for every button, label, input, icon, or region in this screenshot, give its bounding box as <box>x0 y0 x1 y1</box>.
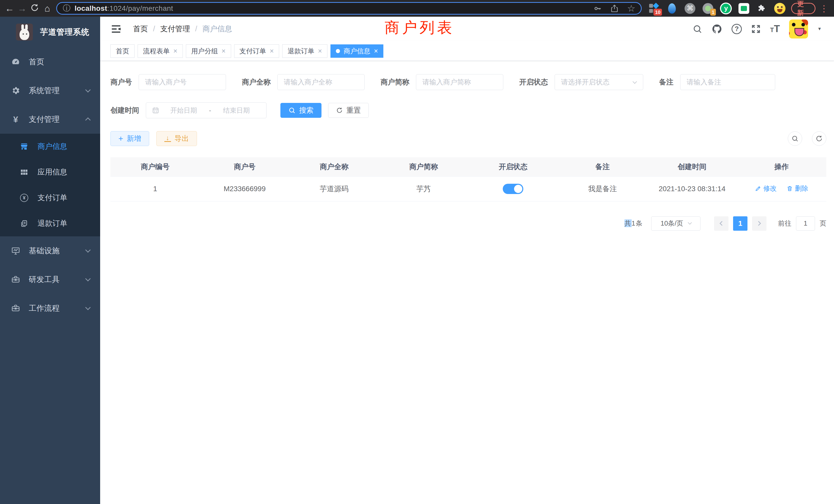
edit-pencil-icon <box>755 185 761 192</box>
tab-merchant-info[interactable]: 商户信息× <box>330 44 383 58</box>
chevron-down-icon <box>85 247 91 253</box>
address-bar[interactable]: ⓘ localhost:1024/pay/merchant ☆ <box>56 2 642 15</box>
col-actions: 操作 <box>737 157 827 176</box>
extension-chat-icon[interactable] <box>738 2 750 15</box>
breadcrumb-separator: / <box>153 25 155 33</box>
site-info-icon[interactable]: ⓘ <box>63 3 70 14</box>
reset-button[interactable]: 重置 <box>328 103 369 118</box>
extension-gem-icon[interactable] <box>666 2 678 15</box>
browser-forward-icon[interactable]: → <box>16 0 28 17</box>
extension-command-icon[interactable]: ⌘ <box>684 2 696 15</box>
font-size-icon[interactable]: TT <box>770 23 780 35</box>
sidebar-item-label: 首页 <box>29 57 44 67</box>
page-number-button[interactable]: 1 <box>733 216 747 231</box>
short-name-input[interactable] <box>416 74 503 90</box>
export-button[interactable]: ↓ 导出 <box>156 131 197 146</box>
browser-back-icon[interactable]: ← <box>4 0 16 17</box>
date-start-placeholder: 开始日期 <box>159 106 208 115</box>
sidebar-item-payment[interactable]: ¥ 支付管理 <box>0 105 100 134</box>
tab-refund-order[interactable]: 退款订单× <box>282 44 327 58</box>
next-page-button[interactable] <box>752 216 766 231</box>
edit-link-label: 修改 <box>763 184 777 193</box>
help-icon[interactable]: ? <box>731 24 742 34</box>
extension-yuque-icon[interactable]: y <box>720 2 732 15</box>
share-icon[interactable] <box>610 4 619 13</box>
password-key-icon[interactable] <box>593 4 602 13</box>
status-select-placeholder: 请选择开启状态 <box>561 77 610 87</box>
add-button-label: 新增 <box>127 134 141 143</box>
sidebar-item-workflow[interactable]: 工作流程 <box>0 294 100 323</box>
breadcrumb-home[interactable]: 首页 <box>133 24 148 34</box>
trash-icon <box>787 185 793 192</box>
pagination-total-suffix: 条 <box>636 220 643 227</box>
browser-toolbar: ← → ⌂ ⓘ localhost:1024/pay/merchant ☆ 10… <box>0 0 834 17</box>
create-time-range-picker[interactable]: 开始日期 - 结束日期 <box>146 102 266 118</box>
full-name-input[interactable] <box>277 74 365 90</box>
tab-close-icon[interactable]: × <box>374 48 378 55</box>
refresh-table-button[interactable] <box>812 131 826 146</box>
merchant-no-input[interactable] <box>139 74 226 90</box>
avatar-caret-icon[interactable]: ▼ <box>817 26 822 31</box>
search-button[interactable]: 搜索 <box>280 103 322 118</box>
tab-close-icon[interactable]: × <box>318 48 322 55</box>
tab-process-form[interactable]: 流程表单× <box>138 44 183 58</box>
tab-close-icon[interactable]: × <box>270 48 274 55</box>
bookmark-star-icon[interactable]: ☆ <box>627 4 635 13</box>
extension-blocks-icon[interactable]: 10 <box>648 2 660 15</box>
screen: ← → ⌂ ⓘ localhost:1024/pay/merchant ☆ 10… <box>0 0 834 504</box>
app-logo <box>16 24 33 41</box>
sidebar-item-refund-order[interactable]: 退款订单 <box>0 211 100 236</box>
breadcrumb-payment[interactable]: 支付管理 <box>160 24 190 34</box>
sidebar: 芋道管理系统 首页 系统管理 ¥ 支付管理 商户信息 <box>0 17 100 504</box>
chrome-update-button[interactable]: 更新 <box>791 3 815 14</box>
extensions-puzzle-icon[interactable] <box>756 2 768 15</box>
tab-close-icon[interactable]: × <box>173 48 177 55</box>
browser-reload-icon[interactable] <box>29 0 41 17</box>
col-merchant-no: 商户号 <box>200 157 290 176</box>
goto-page-input[interactable] <box>796 216 815 231</box>
chevron-up-icon <box>85 117 91 123</box>
user-avatar[interactable] <box>789 20 808 39</box>
yen-circle-icon: ¥ <box>19 194 29 202</box>
breadcrumb: 首页 / 支付管理 / 商户信息 <box>133 24 232 34</box>
sidebar-item-app-info[interactable]: 应用信息 <box>0 159 100 185</box>
cell-merchant-no: M233666999 <box>200 176 290 201</box>
browser-home-icon[interactable]: ⌂ <box>41 0 53 17</box>
merchant-no-label: 商户号 <box>110 77 132 87</box>
main-area: 首页 / 支付管理 / 商户信息 商户列表 ? TT ▼ <box>100 17 834 504</box>
github-icon[interactable] <box>711 24 722 35</box>
edit-link[interactable]: 修改 <box>755 184 777 193</box>
delete-link[interactable]: 删除 <box>787 184 808 193</box>
sidebar-item-label: 商户信息 <box>38 141 67 152</box>
sidebar-item-merchant-info[interactable]: 商户信息 <box>0 134 100 159</box>
create-time-label: 创建时间 <box>110 106 139 115</box>
sidebar-item-system[interactable]: 系统管理 <box>0 76 100 105</box>
tab-home[interactable]: 首页 <box>110 44 135 58</box>
tab-close-icon[interactable]: × <box>222 48 226 55</box>
toggle-search-button[interactable] <box>788 131 802 146</box>
extension-target-icon[interactable]: 1 <box>702 2 714 15</box>
sidebar-item-dev-tools[interactable]: 研发工具 <box>0 265 100 294</box>
chevron-down-icon <box>85 276 91 281</box>
page-size-select[interactable]: 10条/页 <box>651 216 701 231</box>
sidebar-item-pay-order[interactable]: ¥ 支付订单 <box>0 185 100 211</box>
tab-pay-order[interactable]: 支付订单× <box>234 44 279 58</box>
status-select[interactable]: 请选择开启状态 <box>555 74 643 90</box>
chrome-menu-icon[interactable]: ⋮ <box>820 3 828 14</box>
status-toggle[interactable] <box>503 184 523 194</box>
search-icon[interactable] <box>693 24 702 34</box>
remark-input[interactable] <box>680 74 775 90</box>
pagination-total-count: 1 <box>632 220 636 227</box>
profile-emoji-icon[interactable] <box>774 2 786 15</box>
prev-page-button[interactable] <box>714 216 728 231</box>
goto-suffix: 页 <box>820 219 826 228</box>
tab-user-group[interactable]: 用户分组× <box>186 44 231 58</box>
add-button[interactable]: + 新增 <box>110 131 149 146</box>
sidebar-collapse-icon[interactable] <box>110 23 122 35</box>
pagination-total-prefix: 共 <box>624 220 632 227</box>
fullscreen-icon[interactable] <box>751 24 761 34</box>
sidebar-item-home[interactable]: 首页 <box>0 47 100 76</box>
sidebar-item-infra[interactable]: 基础设施 <box>0 236 100 265</box>
refresh-icon <box>815 135 823 142</box>
documents-icon <box>19 219 29 228</box>
